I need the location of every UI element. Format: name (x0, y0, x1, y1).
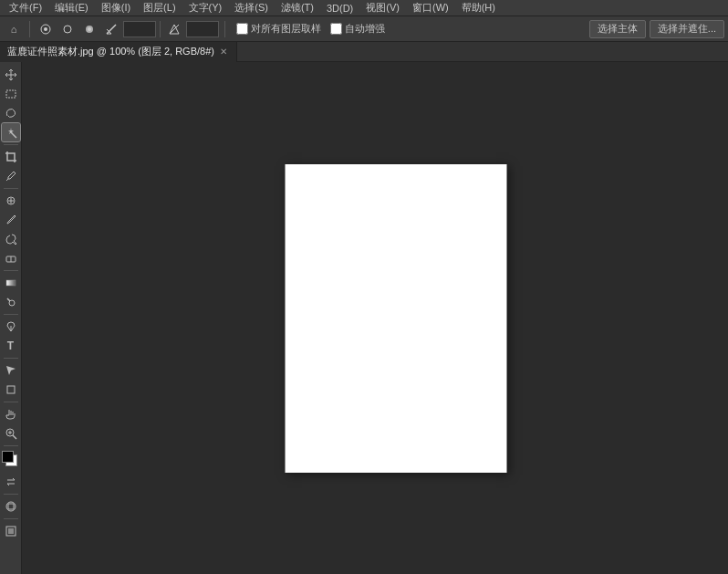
svg-point-4 (88, 27, 91, 31)
clone-stamp-tool[interactable] (2, 230, 20, 248)
menu-text[interactable]: 文字(Y) (183, 0, 228, 16)
tool-sep-1 (4, 144, 18, 145)
lasso-tool[interactable] (2, 104, 20, 122)
magic-wand-icon (5, 126, 17, 139)
all-layers-label: 对所有图层取样 (251, 22, 321, 36)
screen-mode-button[interactable] (2, 522, 20, 540)
brush-tool[interactable] (2, 211, 20, 229)
foreground-color-swatch[interactable] (2, 451, 14, 463)
tool-sep-2 (4, 188, 18, 189)
pen-tool[interactable] (2, 318, 20, 336)
svg-rect-14 (6, 280, 16, 286)
hand-icon (5, 408, 17, 421)
svg-point-1 (44, 27, 47, 31)
lasso-icon (5, 107, 17, 120)
text-tool[interactable]: T (2, 337, 20, 355)
canvas-area[interactable] (22, 62, 728, 574)
tab-document[interactable]: 蓝鹿证件照素材.jpg @ 100% (图层 2, RGB/8#) ✕ (0, 42, 237, 62)
brush-size-btn[interactable] (57, 19, 78, 39)
menu-3d[interactable]: 3D(D) (321, 2, 359, 15)
menu-select[interactable]: 选择(S) (229, 0, 274, 16)
heal-icon (5, 194, 17, 207)
crop-tool[interactable] (2, 148, 20, 166)
clone-icon (5, 233, 17, 245)
auto-enhance-label: 自动增强 (345, 22, 385, 36)
shape-tool[interactable] (2, 381, 20, 399)
tab-bar: 蓝鹿证件照素材.jpg @ 100% (图层 2, RGB/8#) ✕ (0, 42, 728, 62)
rectangle-select-icon (5, 88, 17, 100)
menu-bar: 文件(F) 编辑(E) 图像(I) 图层(L) 文字(Y) 选择(S) 滤镜(T… (0, 0, 728, 16)
heal-tool[interactable] (2, 192, 20, 210)
svg-line-8 (6, 179, 8, 181)
color-swatch-group (2, 451, 20, 469)
tool-sep-9 (4, 518, 18, 519)
move-tool[interactable] (2, 66, 20, 84)
switch-colors-button[interactable] (2, 473, 20, 491)
path-select-icon (5, 364, 17, 377)
shape-icon (5, 383, 17, 396)
auto-enhance-checkbox-group: 自动增强 (330, 22, 385, 36)
hand-tool[interactable] (2, 405, 20, 423)
options-toolbar: ⌂ 30 (0, 16, 728, 42)
menu-image[interactable]: 图像(I) (96, 0, 136, 16)
toolbar-separator-1 (29, 21, 30, 37)
left-toolbar: T (0, 62, 22, 574)
svg-rect-18 (7, 386, 15, 393)
brush-size-icon (61, 23, 74, 36)
rectangle-marquee-tool[interactable] (2, 85, 20, 103)
select-subject-button[interactable]: 选择主体 (589, 20, 646, 38)
brush-angle-icon (105, 23, 118, 36)
screen-mode-icon (5, 525, 17, 537)
switch-colors-icon (5, 476, 16, 487)
brush-options-group: 30 0° (36, 19, 219, 39)
menu-layer[interactable]: 图层(L) (138, 0, 181, 16)
home-button[interactable]: ⌂ (4, 19, 24, 39)
menu-view[interactable]: 视图(V) (360, 0, 405, 16)
brush-preset-picker[interactable] (36, 19, 56, 39)
tool-sep-5 (4, 358, 18, 359)
menu-filter[interactable]: 滤镜(T) (276, 0, 319, 16)
toolbar-sep-2 (160, 21, 161, 37)
pen-icon (5, 320, 17, 333)
tab-label: 蓝鹿证件照素材.jpg @ 100% (图层 2, RGB/8#) (7, 45, 214, 58)
eraser-tool[interactable] (2, 249, 20, 267)
dodge-tool[interactable] (2, 293, 20, 311)
brush-hardness-btn[interactable] (79, 19, 99, 39)
eyedropper-icon (5, 170, 17, 183)
brush-hardness-icon (83, 23, 96, 36)
menu-window[interactable]: 窗口(W) (407, 0, 454, 16)
brush-angle-icon2[interactable] (164, 19, 184, 39)
angle-icon (168, 23, 181, 36)
tool-sep-6 (4, 402, 18, 402)
eyedropper-tool[interactable] (2, 167, 20, 185)
quick-mask-button[interactable] (2, 497, 20, 516)
auto-enhance-checkbox[interactable] (330, 23, 342, 35)
move-icon (5, 68, 17, 81)
select-and-mask-button[interactable]: 选择并遮住... (650, 20, 724, 38)
gradient-tool[interactable] (2, 274, 20, 292)
tool-sep-3 (4, 270, 18, 271)
tab-close-button[interactable]: ✕ (218, 47, 229, 57)
all-layers-checkbox[interactable] (236, 23, 248, 35)
tool-sep-7 (4, 445, 18, 446)
zoom-tool[interactable] (2, 424, 20, 443)
brush-size-input[interactable]: 30 (123, 21, 156, 37)
path-selection-tool[interactable] (2, 361, 20, 380)
tool-sep-8 (4, 494, 18, 495)
brush-angle-btn[interactable] (101, 19, 121, 39)
quick-mask-icon (5, 500, 17, 513)
tool-sep-4 (4, 314, 18, 315)
svg-rect-6 (6, 90, 16, 98)
menu-help[interactable]: 帮助(H) (456, 0, 501, 16)
text-tool-label: T (7, 339, 14, 352)
brush-icon (5, 214, 17, 226)
brush-preset-icon (39, 23, 52, 36)
svg-line-5 (170, 25, 179, 34)
eraser-icon (5, 252, 17, 265)
brush-angle-input[interactable]: 0° (186, 21, 219, 37)
menu-file[interactable]: 文件(F) (4, 0, 47, 16)
zoom-icon (5, 427, 17, 440)
magic-wand-tool[interactable] (2, 123, 20, 141)
menu-edit[interactable]: 编辑(E) (49, 0, 94, 16)
all-layers-checkbox-group: 对所有图层取样 (236, 22, 321, 36)
